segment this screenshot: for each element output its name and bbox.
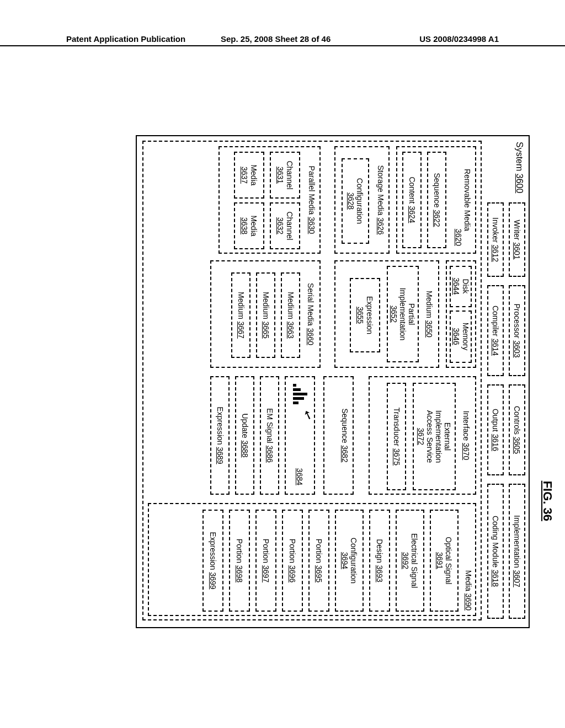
portion-3696: Portion 3696 xyxy=(282,510,303,612)
signal-icon xyxy=(293,383,310,408)
controls-box: Controls 3605 xyxy=(509,384,525,475)
sequence-3682-box: Sequence 3682 xyxy=(323,376,354,495)
output-box: Output 3616 xyxy=(487,384,504,475)
removable-media-box: Removable Media 3620 Sequence 3622 Conte… xyxy=(396,146,476,254)
media-3637: Media3637 xyxy=(234,152,264,199)
compiler-box: Compiler 3614 xyxy=(487,285,504,376)
header-right: US 2008/0234998 A1 xyxy=(419,34,499,44)
update-box: Update 3688 xyxy=(235,376,254,495)
arrow-icon: ➘ xyxy=(301,407,316,424)
content-3624: Content 3624 xyxy=(402,152,422,248)
disk-memory-box: Disk3644 Memory3646 xyxy=(446,260,476,368)
expression-3699: Expression 3699 xyxy=(202,510,223,612)
disk-box: Disk3644 xyxy=(450,266,472,307)
optical-signal-box: Optical Signal3691 xyxy=(430,510,459,612)
medium-3650-box: Medium 3650 Partial Implementation 3652 … xyxy=(334,260,439,368)
serial-media-box: Serial Media 3660 Medium 3663 Medium 366… xyxy=(210,260,321,368)
coding-module-box: Coding Module 3618 xyxy=(487,484,504,619)
system-title: System 3600 xyxy=(514,142,524,193)
implementation-box: Implementation 3607 xyxy=(509,484,525,619)
sequence-3622: Sequence 3622 xyxy=(427,152,446,248)
figure-label: FIG. 36 xyxy=(540,481,555,521)
transducer-box: Transducer 3675 xyxy=(387,383,406,490)
partial-impl-box: Partial Implementation 3652 xyxy=(387,266,419,362)
invoker-box: Invoker 3612 xyxy=(487,202,504,277)
processor-box: Processor 3603 xyxy=(509,285,525,376)
portion-3698: Portion 3698 xyxy=(229,510,250,612)
medium-3663: Medium 3663 xyxy=(281,272,300,358)
expression-3689: Expression 3689 xyxy=(210,376,230,495)
signal-3684-box: ➘ 3684 xyxy=(285,376,315,495)
electrical-signal-box: Electrical Signal3692 xyxy=(396,510,424,612)
storage-media-box: Storage Media 3626 Configuration3628 xyxy=(334,146,390,254)
design-box: Design 3693 xyxy=(369,510,390,612)
portion-3697: Portion 3697 xyxy=(255,510,276,612)
media-3638: Media3638 xyxy=(234,202,264,249)
medium-3665: Medium 3665 xyxy=(256,272,275,358)
writer-box: Writer 3601 xyxy=(509,202,525,277)
medium-3667: Medium 3667 xyxy=(231,272,250,358)
header-left: Patent Application Publication xyxy=(66,34,185,44)
media-container: Removable Media 3620 Sequence 3622 Conte… xyxy=(142,141,482,620)
figure-36: FIG. 36 System 3600 Writer 3601 Processo… xyxy=(33,135,530,532)
parallel-media-box: Parallel Media 3630 Channel3631 Channel3… xyxy=(218,146,321,254)
configuration-3628: Configuration3628 xyxy=(342,158,369,244)
header-middle: Sep. 25, 2008 Sheet 28 of 46 xyxy=(221,34,331,44)
em-signal-box: EM Signal 3686 xyxy=(260,376,279,495)
interface-box: Interface 3670 External Implementation A… xyxy=(369,376,476,495)
portion-3695: Portion 3695 xyxy=(308,510,329,612)
external-access-box: External Implementation Access Service 3… xyxy=(413,383,456,490)
page-header: Patent Application Publication Sep. 25, … xyxy=(0,45,565,46)
system-box: System 3600 Writer 3601 Processor 3603 C… xyxy=(136,135,530,628)
memory-box: Memory3646 xyxy=(450,311,472,363)
media-3690-box: Media 3690 Optical Signal3691 Electrical… xyxy=(148,503,476,616)
channel-3632: Channel3632 xyxy=(270,202,300,249)
channel-3631: Channel3631 xyxy=(270,152,300,199)
configuration-3694: Configuration3694 xyxy=(335,510,364,612)
expression-3655: Expression3655 xyxy=(350,278,380,352)
